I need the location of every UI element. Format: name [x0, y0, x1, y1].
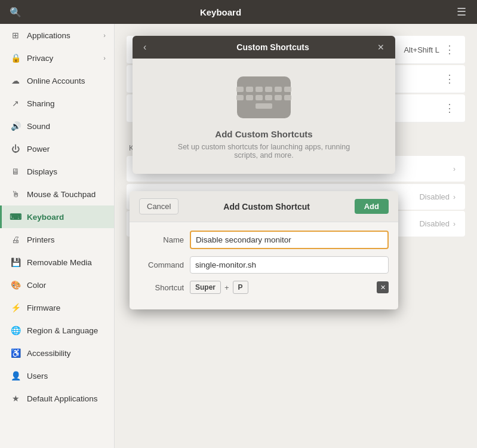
custom-shortcuts-body: Add Custom Shortcuts Set up custom short… [133, 59, 395, 174]
sidebar-item-region-language[interactable]: 🌐 Region & Language [0, 319, 114, 342]
key-row-3 [256, 103, 272, 109]
sidebar: ⊞ Applications › 🔒 Privacy › ☁ Online Ac… [0, 24, 115, 448]
sidebar-label-keyboard: Keyboard [27, 213, 106, 222]
sidebar-label-printers: Printers [27, 235, 106, 244]
customize-shortcuts-right: › [453, 165, 456, 173]
command-input[interactable] [190, 256, 389, 274]
custom-shortcuts-heading: Add Custom Shortcuts [215, 129, 312, 139]
command-label: Command [139, 260, 184, 269]
sidebar-label-power: Power [27, 145, 106, 154]
key-2 [246, 87, 253, 92]
sidebar-label-accessibility: Accessibility [27, 349, 106, 358]
super-key-badge: Super [190, 281, 221, 294]
key-11 [275, 95, 282, 100]
sidebar-item-online-accounts[interactable]: ☁ Online Accounts [0, 69, 114, 92]
cancel-button[interactable]: Cancel [139, 198, 179, 214]
sidebar-label-sharing: Sharing [27, 99, 106, 108]
custom-shortcuts-titlebar: ‹ Custom Shortcuts ✕ [133, 36, 395, 59]
sidebar-icon-applications: ⊞ [10, 30, 21, 41]
close-button[interactable]: ✕ [374, 40, 388, 54]
sidebar-item-removable-media[interactable]: 💾 Removable Media [0, 251, 114, 274]
disabled-label-2: Disabled [419, 192, 450, 201]
sidebar-item-sound[interactable]: 🔊 Sound [0, 115, 114, 137]
main-content: Alt+Shift L ⋮ ⋮ ⋮ Keyboard Shortcuts Cus… [115, 24, 477, 448]
sidebar-item-default-applications[interactable]: ★ Default Applications [0, 387, 114, 410]
menu-button[interactable]: ☰ [453, 4, 470, 20]
key-1 [236, 87, 244, 92]
sidebar-item-firmware[interactable]: ⚡ Firmware [0, 296, 114, 319]
keyboard-icon [237, 76, 291, 118]
sidebar-icon-removable-media: 💾 [10, 257, 21, 268]
sidebar-icon-online-accounts: ☁ [10, 75, 21, 86]
sidebar-item-mouse-touchpad[interactable]: 🖱 Mouse & Touchpad [0, 183, 114, 205]
sidebar-icon-displays: 🖥 [10, 166, 21, 177]
shortcut-display: Super + P ✕ [190, 281, 389, 294]
sidebar-icon-users: 👤 [10, 370, 21, 381]
name-input[interactable] [190, 231, 389, 249]
sidebar-item-keyboard[interactable]: ⌨ Keyboard [0, 205, 114, 228]
shortcut-label: Shortcut [139, 283, 184, 292]
add-shortcut-header: Cancel Add Custom Shortcut Add [130, 191, 398, 222]
clear-shortcut-button[interactable]: ✕ [377, 281, 389, 293]
sidebar-item-applications[interactable]: ⊞ Applications › [0, 24, 114, 47]
dots-icon-2[interactable]: ⋮ [444, 72, 456, 85]
dots-icon-3[interactable]: ⋮ [444, 102, 456, 115]
sidebar-label-displays: Displays [27, 167, 106, 176]
row-right-3: Disabled › [419, 219, 456, 228]
sidebar-chevron-privacy: › [103, 54, 106, 62]
name-label: Name [139, 235, 184, 244]
custom-shortcuts-title: Custom Shortcuts [236, 42, 309, 52]
sidebar-label-users: Users [27, 372, 106, 381]
sidebar-label-sound: Sound [27, 122, 106, 131]
command-row: Command [139, 256, 389, 274]
sidebar-item-power[interactable]: ⏻ Power [0, 137, 114, 160]
sidebar-label-color: Color [27, 281, 106, 290]
sidebar-icon-color: 🎨 [10, 280, 21, 290]
sidebar-item-color[interactable]: 🎨 Color [0, 274, 114, 296]
main-layout: ⊞ Applications › 🔒 Privacy › ☁ Online Ac… [0, 24, 477, 448]
add-button[interactable]: Add [355, 199, 389, 214]
sidebar-label-applications: Applications [27, 31, 97, 40]
sidebar-icon-firmware: ⚡ [10, 302, 21, 313]
sidebar-item-accessibility[interactable]: ♿ Accessibility [0, 342, 114, 364]
sidebar-item-displays[interactable]: 🖥 Displays [0, 160, 114, 183]
p-key-badge: P [233, 281, 248, 294]
name-row: Name [139, 231, 389, 249]
key-12 [284, 95, 291, 100]
disabled-label-3: Disabled [419, 219, 450, 228]
topbar: 🔍 Keyboard ☰ [0, 0, 477, 24]
add-shortcut-body: Name Command Shortcut Super + P ✕ [130, 222, 398, 309]
dots-icon-1[interactable]: ⋮ [444, 43, 456, 56]
key-9 [256, 95, 263, 100]
sidebar-item-privacy[interactable]: 🔒 Privacy › [0, 47, 114, 69]
key-8 [246, 95, 253, 100]
sidebar-label-default-applications: Default Applications [27, 394, 106, 403]
custom-shortcuts-subtext: Set up custom shortcuts for launching ap… [174, 143, 353, 159]
back-button[interactable]: ‹ [140, 39, 150, 55]
shortcut-value-1: Alt+Shift L [404, 45, 439, 54]
sidebar-label-removable-media: Removable Media [27, 258, 106, 267]
row-chevron-2: › [453, 193, 456, 201]
sidebar-item-sharing[interactable]: ↗ Sharing [0, 92, 114, 115]
sidebar-item-users[interactable]: 👤 Users [0, 364, 114, 387]
sidebar-icon-mouse-touchpad: 🖱 [10, 189, 21, 200]
sidebar-label-online-accounts: Online Accounts [27, 76, 106, 85]
key-spacebar [256, 103, 272, 109]
sidebar-icon-accessibility: ♿ [10, 348, 21, 358]
sidebar-label-privacy: Privacy [27, 54, 97, 63]
sidebar-icon-sharing: ↗ [10, 98, 21, 109]
sidebar-icon-region-language: 🌐 [10, 325, 21, 336]
key-row-2 [236, 95, 291, 100]
sidebar-label-firmware: Firmware [27, 303, 106, 312]
sidebar-label-region-language: Region & Language [27, 326, 106, 335]
row-chevron-3: › [453, 220, 456, 228]
sidebar-icon-keyboard: ⌨ [10, 211, 21, 222]
sidebar-label-mouse-touchpad: Mouse & Touchpad [27, 190, 106, 199]
sidebar-icon-printers: 🖨 [10, 234, 21, 245]
sidebar-icon-sound: 🔊 [10, 121, 21, 131]
sidebar-icon-default-applications: ★ [10, 393, 21, 404]
key-3 [256, 87, 263, 92]
sidebar-chevron-applications: › [103, 32, 106, 39]
custom-shortcuts-window: ‹ Custom Shortcuts ✕ [133, 36, 395, 174]
sidebar-item-printers[interactable]: 🖨 Printers [0, 228, 114, 251]
